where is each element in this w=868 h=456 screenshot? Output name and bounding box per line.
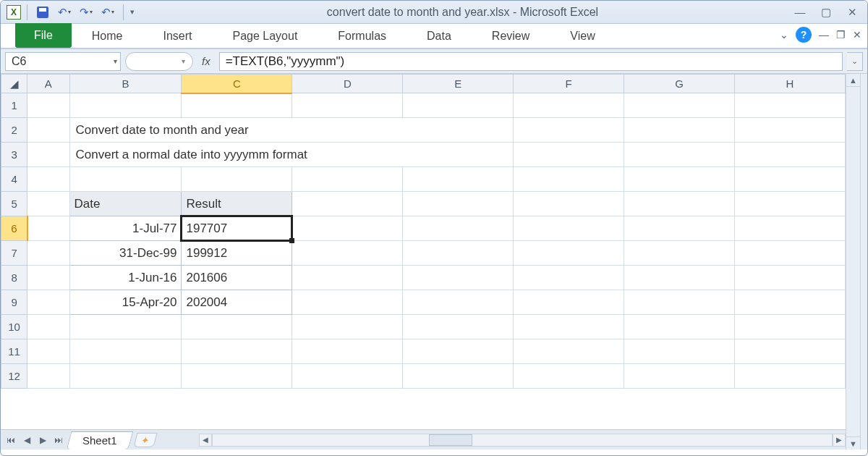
vscroll-up-button[interactable]: ▲ bbox=[846, 74, 860, 87]
fx-button-group: ▾ bbox=[125, 52, 193, 71]
table-cell[interactable]: 1-Jul-77 bbox=[69, 216, 182, 241]
hscroll-thumb[interactable] bbox=[429, 434, 472, 446]
chevron-down-icon[interactable]: ▾ bbox=[114, 57, 117, 65]
row-header[interactable]: 1 bbox=[1, 93, 27, 118]
row-header[interactable]: 10 bbox=[1, 315, 27, 339]
excel-app-icon[interactable]: X bbox=[7, 5, 21, 20]
tab-page-layout[interactable]: Page Layout bbox=[212, 24, 318, 48]
name-box[interactable]: C6 ▾ bbox=[5, 52, 121, 71]
hscroll-track[interactable] bbox=[212, 434, 833, 447]
vscroll-down-button[interactable]: ▼ bbox=[846, 436, 860, 449]
formula-text: =TEXT(B6,"yyyymm") bbox=[226, 54, 345, 69]
row-header[interactable]: 7 bbox=[1, 241, 27, 266]
name-box-value: C6 bbox=[12, 55, 26, 68]
next-sheet-button[interactable]: ▶ bbox=[35, 433, 50, 447]
help-button[interactable]: ? bbox=[796, 27, 812, 43]
vertical-scrollbar[interactable]: ▲ ▼ bbox=[846, 74, 860, 449]
chevron-down-icon[interactable]: ▾ bbox=[182, 57, 185, 65]
table-cell[interactable]: 31-Dec-99 bbox=[69, 241, 182, 266]
table-cell[interactable]: 202004 bbox=[182, 290, 292, 315]
col-header-d[interactable]: D bbox=[292, 75, 403, 93]
redo-button[interactable]: ↷▾ bbox=[77, 4, 95, 21]
col-header-g[interactable]: G bbox=[624, 75, 735, 93]
tab-insert[interactable]: Insert bbox=[142, 24, 212, 48]
window-title: convert date to month and year.xlsx - Mi… bbox=[135, 6, 791, 19]
row-header[interactable]: 9 bbox=[1, 290, 27, 315]
sheet-tab-label: Sheet1 bbox=[82, 434, 117, 447]
col-header-h[interactable]: H bbox=[735, 75, 846, 93]
window-close-icon[interactable]: ✕ bbox=[853, 29, 861, 41]
chevron-down-icon[interactable]: ▾ bbox=[90, 9, 93, 15]
row-header[interactable]: 4 bbox=[1, 167, 27, 192]
table-cell[interactable]: 15-Apr-20 bbox=[69, 290, 182, 315]
formula-input[interactable]: =TEXT(B6,"yyyymm") bbox=[219, 52, 843, 71]
new-sheet-button[interactable]: ✦ bbox=[133, 433, 157, 447]
table-cell[interactable]: 199912 bbox=[182, 241, 292, 266]
file-tab[interactable]: File bbox=[15, 23, 72, 48]
col-header-b[interactable]: B bbox=[69, 75, 182, 93]
chevron-down-icon[interactable]: ▾ bbox=[68, 9, 71, 15]
table-cell[interactable]: 1-Jun-16 bbox=[69, 266, 182, 290]
col-header-a[interactable]: A bbox=[27, 75, 69, 93]
first-sheet-button[interactable]: ⏮ bbox=[4, 433, 18, 447]
row-header[interactable]: 11 bbox=[1, 339, 27, 364]
row-header[interactable]: 3 bbox=[1, 143, 27, 167]
sheet-tab-bar: ⏮ ◀ ▶ ⏭ Sheet1 ✦ ◀ ▶ bbox=[1, 429, 846, 449]
window-restore-icon[interactable]: ❐ bbox=[836, 29, 846, 41]
formula-bar: C6 ▾ ▾ fx =TEXT(B6,"yyyymm") ⌄ bbox=[1, 49, 867, 74]
active-cell[interactable]: 197707 bbox=[182, 216, 292, 241]
undo-button[interactable]: ↶▾ bbox=[55, 4, 74, 21]
prev-sheet-button[interactable]: ◀ bbox=[20, 433, 34, 447]
last-sheet-button[interactable]: ⏭ bbox=[51, 433, 66, 447]
undo-icon: ↶ bbox=[58, 6, 67, 19]
undo-button-alt[interactable]: ↶▾ bbox=[98, 4, 117, 21]
save-button[interactable] bbox=[33, 4, 52, 21]
table-header-result[interactable]: Result bbox=[182, 192, 292, 216]
col-header-f[interactable]: F bbox=[514, 75, 624, 93]
chevron-down-icon[interactable]: ▾ bbox=[111, 9, 114, 15]
col-header-c[interactable]: C bbox=[182, 75, 292, 93]
tab-view[interactable]: View bbox=[550, 24, 615, 48]
table-header-date[interactable]: Date bbox=[69, 192, 182, 216]
maximize-button[interactable]: ▢ bbox=[817, 6, 835, 19]
hscroll-right-button[interactable]: ▶ bbox=[833, 434, 846, 447]
title-bar: X ↶▾ ↷▾ ↶▾ ▾ convert date to month and y… bbox=[1, 1, 867, 24]
row-header[interactable]: 6 bbox=[1, 216, 27, 241]
formula-expand-button[interactable]: ⌄ bbox=[847, 52, 863, 71]
save-icon bbox=[37, 7, 48, 18]
row-header[interactable]: 2 bbox=[1, 118, 27, 143]
tab-formulas[interactable]: Formulas bbox=[318, 24, 407, 48]
row-header[interactable]: 8 bbox=[1, 266, 27, 290]
table-cell[interactable]: 201606 bbox=[182, 266, 292, 290]
spreadsheet-grid[interactable]: ◢ A B C D E F G H 1 2Convert date to mon… bbox=[1, 74, 846, 389]
tab-home[interactable]: Home bbox=[72, 24, 143, 48]
ribbon-tabs: File Home Insert Page Layout Formulas Da… bbox=[1, 24, 867, 49]
row-header[interactable]: 12 bbox=[1, 364, 27, 389]
undo-icon: ↶ bbox=[101, 6, 111, 19]
window-min-icon[interactable]: ― bbox=[819, 29, 829, 41]
cell-title[interactable]: Convert date to month and year bbox=[69, 118, 514, 143]
tab-data[interactable]: Data bbox=[407, 24, 472, 48]
sheet-tab[interactable]: Sheet1 bbox=[67, 431, 133, 449]
row-header[interactable]: 5 bbox=[1, 192, 27, 216]
ribbon-minimize-icon[interactable]: ⌄ bbox=[780, 29, 788, 41]
tab-review[interactable]: Review bbox=[472, 24, 550, 48]
redo-icon: ↷ bbox=[80, 6, 89, 19]
grid-right-edge bbox=[860, 74, 867, 449]
col-header-e[interactable]: E bbox=[403, 75, 514, 93]
close-button[interactable]: ✕ bbox=[843, 6, 861, 19]
fx-icon[interactable]: fx bbox=[202, 55, 210, 67]
minimize-button[interactable]: ― bbox=[791, 6, 809, 19]
hscroll-left-button[interactable]: ◀ bbox=[199, 434, 212, 447]
select-all-corner[interactable]: ◢ bbox=[1, 75, 27, 93]
cell-subtitle[interactable]: Convert a normal date into yyyymm format bbox=[69, 143, 514, 167]
